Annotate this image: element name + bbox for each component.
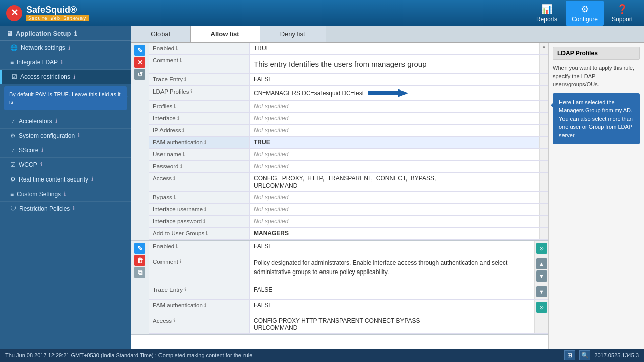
sidebar-item-sscore[interactable]: ☑ SScore ℹ bbox=[0, 143, 131, 158]
entry1-scroll: ▲ bbox=[539, 43, 548, 54]
entry2-action1[interactable]: ⊙ bbox=[536, 243, 547, 254]
sidebar-item-restriction-policies[interactable]: 🛡 Restriction Policies ℹ bbox=[0, 202, 131, 216]
sscore-help: ℹ bbox=[41, 147, 43, 153]
entry2-copy-btn[interactable]: ⧉ bbox=[134, 267, 145, 278]
custom-icon: ≡ bbox=[10, 191, 14, 198]
entry1-profiles-label: Profiles ℹ bbox=[149, 101, 250, 112]
entry1-pam-row: PAM authentication ℹ TRUE bbox=[149, 137, 548, 149]
statusbar: Thu Jun 08 2017 12:29:21 GMT+0530 (India… bbox=[0, 349, 644, 362]
sidebar-item-accelerators[interactable]: ☑ Accelerators ℹ bbox=[0, 114, 131, 129]
arrow-icon bbox=[368, 88, 408, 98]
accel-icon: ☑ bbox=[10, 118, 16, 125]
nav-configure[interactable]: ⚙ Configure bbox=[566, 1, 604, 26]
entry1-copy-btn[interactable]: ↺ bbox=[134, 69, 145, 80]
entry1-password-value: Not specified bbox=[250, 161, 539, 172]
sidebar-item-wccp[interactable]: ☑ WCCP ℹ bbox=[0, 158, 131, 172]
statusbar-right: ⊞ 🔍 2017.0525.1345.3 bbox=[564, 350, 639, 360]
entry2-trace-action[interactable]: ▼ bbox=[536, 286, 547, 297]
nav-support[interactable]: ❓ Support bbox=[606, 1, 639, 26]
ldap-help: ℹ bbox=[61, 59, 63, 66]
entry1-access-row: Access ℹ CONFIG, PROXY, HTTP, TRANSPAREN… bbox=[149, 173, 548, 192]
entry1-groups-value: MANAGERS bbox=[250, 228, 539, 239]
sidebar-item-custom-settings[interactable]: ≡ Custom Settings ℹ bbox=[0, 187, 131, 202]
sidebar-item-system-config[interactable]: ⚙ System configuration ℹ bbox=[0, 129, 131, 143]
entry2-trace-label: Trace Entry ℹ bbox=[149, 284, 250, 299]
side-panel: LDAP Profiles When you want to apply thi… bbox=[548, 43, 644, 349]
entry1-username-value: Not specified bbox=[250, 149, 539, 160]
entry1-edit-btn[interactable]: ✎ bbox=[134, 45, 145, 56]
sidebar-item-access-restrictions[interactable]: ☑ Access restrictions ℹ bbox=[0, 70, 131, 84]
logo: ✕ SafeSquid® Secure Web Gateway bbox=[5, 4, 89, 22]
access-help: ℹ bbox=[73, 74, 75, 80]
entry2-controls: ✎ 🗑 ⧉ bbox=[131, 241, 149, 334]
entry1-password-scroll bbox=[539, 161, 548, 172]
entry1-ifuser-value: Not specified bbox=[250, 204, 539, 215]
entry1-ifpass-scroll bbox=[539, 216, 548, 227]
panel-text: When you want to apply this rule, specif… bbox=[553, 64, 640, 89]
nav-reports[interactable]: 📊 Reports bbox=[530, 1, 564, 26]
entry1-comment-row: Comment ℹ This entry Identifies the user… bbox=[149, 55, 548, 74]
entry2-scroll-up[interactable]: ▲ bbox=[536, 258, 547, 269]
sidebar-section-app-setup[interactable]: 🖥 Application Setup ℹ bbox=[0, 26, 131, 41]
scroll-up-icon[interactable]: ▲ bbox=[542, 44, 547, 49]
entry2-edit-btn[interactable]: ✎ bbox=[134, 243, 145, 254]
tab-global[interactable]: Global bbox=[131, 26, 191, 42]
sidebar-item-integrate-ldap[interactable]: ≡ Integrate LDAP ℹ bbox=[0, 55, 131, 70]
restriction-icon: 🛡 bbox=[10, 205, 16, 212]
entry1-ip-row: IP Address ℹ Not specified bbox=[149, 125, 548, 137]
entry2-comment-actions: ▲ ▼ bbox=[534, 256, 548, 284]
status-message: Thu Jun 08 2017 12:29:21 GMT+0530 (India… bbox=[5, 352, 252, 358]
tab-allow-list[interactable]: Allow list bbox=[191, 26, 260, 42]
entry1-pam-value: TRUE bbox=[250, 137, 539, 148]
entry1-ifuser-scroll bbox=[539, 204, 548, 215]
entry2-rows: Enabled ℹ FALSE ⊙ Comment ℹ Policy desig… bbox=[149, 241, 548, 334]
entry1-groups-label: Add to User-Groups ℹ bbox=[149, 228, 250, 239]
sidebar-item-network-settings[interactable]: 🌐 Network settings ℹ bbox=[0, 41, 131, 55]
entry1-ldap-row: LDAP Profiles ℹ CN=MANAGERS DC=safesquid… bbox=[149, 86, 548, 101]
entry1-bypass-value: Not specified bbox=[250, 192, 539, 203]
entry2-enabled-row: Enabled ℹ FALSE ⊙ bbox=[149, 241, 548, 256]
tab-deny-list[interactable]: Deny list bbox=[260, 26, 326, 42]
entry1-pam-scroll bbox=[539, 137, 548, 148]
sidebar-item-realtime[interactable]: ⚙ Real time content security ℹ bbox=[0, 172, 131, 187]
statusbar-icon2[interactable]: 🔍 bbox=[579, 350, 590, 360]
ldap-icon: ≡ bbox=[10, 59, 14, 66]
entry1-interface-value: Not specified bbox=[250, 113, 539, 124]
sysconfig-icon: ⚙ bbox=[10, 132, 16, 139]
entry1-trace-scroll bbox=[539, 74, 548, 85]
realtime-help: ℹ bbox=[91, 176, 93, 183]
statusbar-icon1[interactable]: ⊞ bbox=[564, 350, 575, 360]
entry1-interface-scroll bbox=[539, 113, 548, 124]
header: ✕ SafeSquid® Secure Web Gateway 📊 Report… bbox=[0, 0, 644, 26]
entry1-comment-label: Comment ℹ bbox=[149, 55, 250, 73]
entry1-enabled-label: Enabled ℹ bbox=[149, 43, 250, 54]
entry1-interface-row: Interface ℹ Not specified bbox=[149, 113, 548, 125]
entry1-profiles-row: Profiles ℹ Not specified bbox=[149, 101, 548, 113]
entry1-trace-label: Trace Entry ℹ bbox=[149, 74, 250, 85]
svg-text:✕: ✕ bbox=[11, 8, 18, 18]
wccp-icon: ☑ bbox=[10, 161, 16, 168]
sysconfig-help: ℹ bbox=[78, 132, 80, 139]
panel-title: LDAP Profiles bbox=[553, 47, 640, 60]
entry2-actions: ⊙ bbox=[534, 241, 548, 256]
app-setup-help: ℹ bbox=[74, 30, 77, 37]
entry2-comment-row: Comment ℹ Policy designated for administ… bbox=[149, 256, 548, 284]
entry1-ip-scroll bbox=[539, 125, 548, 136]
entry1-access-value: CONFIG, PROXY, HTTP, TRANSPARENT, CONNEC… bbox=[250, 173, 539, 191]
entry2-pam-label: PAM authentication ℹ bbox=[149, 300, 250, 315]
entry1-username-label: User name ℹ bbox=[149, 149, 250, 160]
entry2-pam-action[interactable]: ⊙ bbox=[536, 302, 547, 313]
entry1-password-row: Password ℹ Not specified bbox=[149, 161, 548, 173]
support-icon: ❓ bbox=[617, 4, 628, 15]
reports-icon: 📊 bbox=[541, 4, 552, 15]
entry2-access-label: Access ℹ bbox=[149, 315, 250, 333]
entry1-comment-value: This entry Identifies the users from man… bbox=[250, 55, 539, 73]
entry2-scroll-down[interactable]: ▼ bbox=[536, 270, 547, 282]
logo-icon: ✕ bbox=[5, 4, 23, 22]
entry2-comment-value: Policy designated for administrators. En… bbox=[250, 256, 534, 284]
entry1-enabled-row: Enabled ℹ TRUE ▲ bbox=[149, 43, 548, 55]
entry1-delete-btn[interactable]: ✕ bbox=[134, 57, 145, 68]
entry2-delete-btn[interactable]: 🗑 bbox=[134, 255, 145, 266]
entry1-groups-scroll bbox=[539, 228, 548, 239]
entry1-ifpass-value: Not specified bbox=[250, 216, 539, 227]
